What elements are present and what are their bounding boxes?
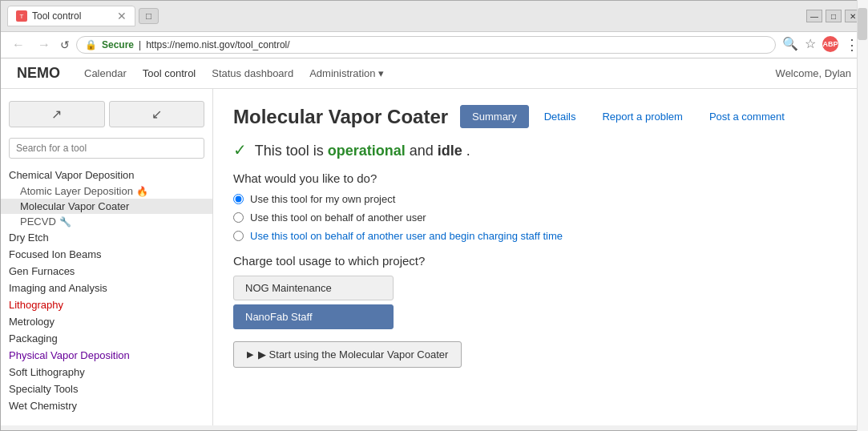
tab-summary[interactable]: Summary xyxy=(460,105,529,128)
reload-button[interactable]: ↺ xyxy=(60,38,70,51)
nav-calendar[interactable]: Calendar xyxy=(84,66,127,81)
sidebar-category-dry-etch[interactable]: Dry Etch xyxy=(1,229,212,246)
pecvd-icon: 🔧 xyxy=(59,216,71,228)
content-area: Molecular Vapor Coater Summary Details R… xyxy=(213,89,867,425)
browser-window: T Tool control ✕ □ — □ ✕ ← → ↺ 🔒 Secure … xyxy=(0,0,868,431)
back-button[interactable]: ← xyxy=(9,36,28,54)
top-nav: NEMO Calendar Tool control Status dashbo… xyxy=(1,58,867,89)
title-bar: T Tool control ✕ □ — □ ✕ xyxy=(1,1,867,32)
url-separator: | xyxy=(139,39,141,50)
radio-behalf-charge-input[interactable] xyxy=(233,231,244,241)
project-list: NOG Maintenance NanoFab Staff xyxy=(233,276,394,329)
radio-behalf-charge-label: Use this tool on behalf of another user … xyxy=(250,230,563,242)
minimize-button[interactable]: — xyxy=(806,10,822,22)
sidebar-toolbar: ↗ ↙ xyxy=(1,97,212,131)
pecvd-label: PECVD xyxy=(20,216,56,228)
sidebar-category-wet-chem[interactable]: Wet Chemistry xyxy=(1,397,212,414)
scrollbar-thumb[interactable] xyxy=(858,8,867,40)
tab-close-button[interactable]: ✕ xyxy=(117,10,127,22)
sidebar-category-cvd[interactable]: Chemical Vapor Deposition xyxy=(1,167,212,183)
radio-own-project-input[interactable] xyxy=(233,194,244,204)
tool-title: Molecular Vapor Coater xyxy=(233,106,448,128)
status-operational: operational xyxy=(328,143,406,159)
radio-own-project[interactable]: Use this tool for my own project xyxy=(233,193,847,205)
new-tab-button[interactable]: □ xyxy=(139,8,159,24)
nav-status-dashboard[interactable]: Status dashboard xyxy=(212,66,293,81)
lock-icon: 🔒 xyxy=(85,39,97,50)
radio-behalf-user-label: Use this tool on behalf of another user xyxy=(250,211,426,224)
status-check-icon: ✓ xyxy=(233,141,247,159)
url-bar[interactable]: 🔒 Secure | https://nemo.nist.gov/tool_co… xyxy=(76,36,776,54)
content-tabs: Summary Details Report a problem Post a … xyxy=(460,105,796,128)
sidebar-expand-button[interactable]: ↗ xyxy=(9,101,105,127)
radio-behalf-charge[interactable]: Use this tool on behalf of another user … xyxy=(233,230,847,242)
secure-label: Secure xyxy=(102,39,134,50)
brand-label[interactable]: NEMO xyxy=(17,65,60,82)
nav-links: Calendar Tool control Status dashboard A… xyxy=(84,66,384,81)
sidebar-category-soft-litho[interactable]: Soft Lithography xyxy=(1,364,212,381)
sidebar-category-imaging[interactable]: Imaging and Analysis xyxy=(1,280,212,296)
sidebar-item-ald[interactable]: Atomic Layer Deposition 🔥 xyxy=(1,183,212,199)
welcome-text: Welcome, Dylan xyxy=(776,67,851,79)
ald-icon: 🔥 xyxy=(136,186,148,197)
status-text-prefix: This tool is xyxy=(255,143,328,159)
sidebar-category-pvd[interactable]: Physical Vapor Deposition xyxy=(1,347,212,364)
maximize-button[interactable]: □ xyxy=(826,10,842,22)
search-input[interactable] xyxy=(9,138,204,159)
tab-details[interactable]: Details xyxy=(533,106,587,127)
scrollbar[interactable] xyxy=(857,0,868,431)
question-label: What would you like to do? xyxy=(233,171,847,185)
nav-administration[interactable]: Administration xyxy=(309,66,384,81)
sidebar-category-gen-furnaces[interactable]: Gen Furnaces xyxy=(1,263,212,280)
url-text: https://nemo.nist.gov/tool_control/ xyxy=(146,39,289,50)
sidebar-collapse-button[interactable]: ↙ xyxy=(109,101,205,127)
tab-favicon: T xyxy=(16,10,27,22)
radio-group: Use this tool for my own project Use thi… xyxy=(233,193,847,242)
sidebar-category-fib[interactable]: Focused Ion Beams xyxy=(1,246,212,263)
mvc-label: Molecular Vapor Coater xyxy=(20,200,129,212)
sidebar-item-mvc[interactable]: Molecular Vapor Coater xyxy=(1,199,212,214)
status-period: . xyxy=(466,143,470,159)
radio-behalf-user[interactable]: Use this tool on behalf of another user xyxy=(233,211,847,224)
project-nanofab-staff[interactable]: NanoFab Staff xyxy=(233,304,394,329)
forward-button[interactable]: → xyxy=(34,36,54,54)
status-and: and xyxy=(410,143,438,159)
tab-bar: T Tool control ✕ □ xyxy=(7,6,800,26)
radio-behalf-user-input[interactable] xyxy=(233,212,244,223)
start-button[interactable]: ▶ ▶ Start using the Molecular Vapor Coat… xyxy=(233,341,462,368)
sidebar-item-pecvd[interactable]: PECVD 🔧 xyxy=(1,214,212,229)
tab-report-problem[interactable]: Report a problem xyxy=(591,106,693,127)
radio-own-project-label: Use this tool for my own project xyxy=(250,193,395,205)
sidebar: ↗ ↙ Chemical Vapor Deposition Atomic Lay… xyxy=(1,89,213,425)
url-actions: 🔍 ☆ ABP ⋮ xyxy=(782,36,859,54)
charge-label: Charge tool usage to which project? xyxy=(233,254,847,268)
play-icon: ▶ xyxy=(247,349,253,360)
search-icon[interactable]: 🔍 xyxy=(782,36,798,54)
status-idle: idle xyxy=(438,143,462,159)
sidebar-category-packaging[interactable]: Packaging xyxy=(1,330,212,347)
window-controls: — □ ✕ xyxy=(806,10,861,22)
tab-post-comment[interactable]: Post a comment xyxy=(698,106,796,127)
start-button-label: ▶ Start using the Molecular Vapor Coater xyxy=(258,348,448,361)
address-bar: ← → ↺ 🔒 Secure | https://nemo.nist.gov/t… xyxy=(1,32,867,58)
sidebar-category-lithography[interactable]: Lithography xyxy=(1,296,212,313)
sidebar-category-specialty[interactable]: Specialty Tools xyxy=(1,381,212,397)
tab-title: Tool control xyxy=(32,10,81,22)
project-nog-maintenance[interactable]: NOG Maintenance xyxy=(233,276,394,300)
browser-tab[interactable]: T Tool control ✕ xyxy=(7,6,135,26)
nav-tool-control[interactable]: Tool control xyxy=(143,66,196,81)
sidebar-category-metrology[interactable]: Metrology xyxy=(1,313,212,330)
tool-header: Molecular Vapor Coater Summary Details R… xyxy=(233,105,847,128)
adblock-icon[interactable]: ABP xyxy=(822,36,838,52)
main-layout: ↗ ↙ Chemical Vapor Deposition Atomic Lay… xyxy=(1,89,867,425)
bookmark-icon[interactable]: ☆ xyxy=(805,36,816,54)
status-line: ✓ This tool is operational and idle . xyxy=(233,140,847,159)
ald-label: Atomic Layer Deposition xyxy=(20,185,133,197)
search-box xyxy=(9,138,204,159)
